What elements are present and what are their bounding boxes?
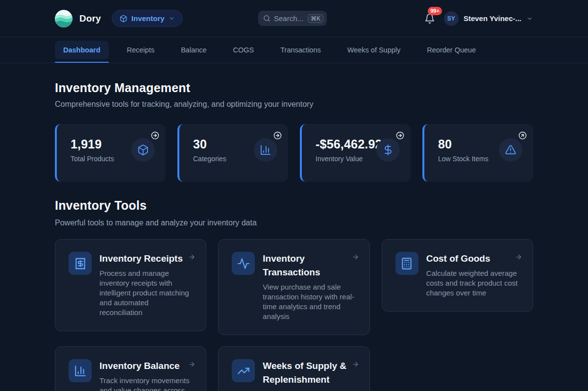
tool-description: View purchase and sale transaction histo… (263, 282, 354, 321)
tool-card-text: Inventory Balance Track inventory moveme… (99, 359, 191, 391)
activity-icon (232, 252, 255, 275)
tool-description: Process and manage inventory receipts wi… (99, 269, 191, 318)
header-left: Dory Inventory (55, 10, 183, 27)
chevron-down-icon (526, 15, 533, 22)
arrow-circle-right-icon[interactable] (273, 131, 282, 140)
user-name: Steven Yvinec-... (464, 14, 521, 23)
tool-card-inventory-balance[interactable]: Inventory Balance Track inventory moveme… (55, 346, 206, 391)
stat-card-low-stock[interactable]: 80 Low Stock Items (422, 124, 533, 182)
main-nav: Dashboard Receipts Balance COGS Transact… (0, 37, 588, 63)
tool-card-cost-of-goods[interactable]: Cost of Goods Calculate weighted average… (382, 239, 533, 312)
calculator-icon (395, 252, 418, 275)
dollar-icon (376, 138, 400, 162)
arrow-right-icon (188, 361, 196, 368)
alert-triangle-icon (499, 138, 522, 162)
arrow-right-icon (352, 361, 359, 368)
arrow-circle-right-icon[interactable] (396, 131, 404, 140)
tool-title: Inventory Transactions (263, 252, 354, 279)
arrow-right-icon (515, 253, 522, 261)
tools-section-title: Inventory Tools (55, 198, 533, 213)
search-input[interactable]: Search... ⌘K (258, 11, 327, 26)
page-subtitle: Comprehensive tools for tracking, analyz… (55, 100, 533, 109)
tools-section-subtitle: Powerful tools to manage and analyze you… (55, 219, 533, 227)
package-icon (120, 15, 127, 23)
tab-transactions[interactable]: Transactions (272, 41, 329, 59)
tool-title: Weeks of Supply & Replenishment (263, 359, 354, 387)
tool-card-text: Cost of Goods Calculate weighted average… (426, 252, 518, 298)
tool-title: Cost of Goods (426, 252, 518, 266)
tool-card-text: Inventory Receipts Process and manage in… (99, 252, 191, 318)
dory-logo-icon (55, 10, 73, 27)
search-shortcut-kbd: ⌘K (308, 14, 323, 23)
notifications-button[interactable]: 99+ (423, 11, 436, 26)
tool-description: Calculate weighted average costs and tra… (426, 269, 518, 298)
tab-receipts[interactable]: Receipts (119, 41, 163, 59)
tools-grid: Inventory Receipts Process and manage in… (55, 239, 533, 391)
avatar: SY (444, 11, 459, 26)
app-switcher-button[interactable]: Inventory (112, 10, 183, 27)
stat-card-categories[interactable]: 30 Categories (177, 124, 288, 182)
bar-chart-icon (69, 359, 92, 382)
tool-card-text: Inventory Transactions View purchase and… (263, 252, 354, 321)
bar-chart-icon (254, 138, 277, 162)
app-switcher-label: Inventory (131, 14, 165, 23)
search-placeholder: Search... (274, 14, 304, 23)
chevron-down-icon (169, 15, 175, 22)
stats-row: 1,919 Total Products 30 Categories -$56,… (55, 124, 533, 182)
page-title: Inventory Management (55, 81, 533, 95)
tab-cogs[interactable]: COGS (225, 41, 263, 59)
tool-card-inventory-transactions[interactable]: Inventory Transactions View purchase and… (218, 239, 369, 335)
package-icon (131, 138, 155, 162)
main-content: Inventory Management Comprehensive tools… (0, 63, 588, 391)
brand-name: Dory (79, 13, 101, 24)
arrow-right-icon (352, 253, 359, 261)
tool-title: Inventory Receipts (99, 252, 191, 266)
stat-card-inventory-value[interactable]: -$56,462.92 Inventory Value (300, 124, 411, 182)
tab-reorder-queue[interactable]: Reorder Queue (418, 41, 484, 59)
tab-weeks-of-supply[interactable]: Weeks of Supply (339, 41, 409, 59)
tool-card-inventory-receipts[interactable]: Inventory Receipts Process and manage in… (55, 239, 206, 331)
user-menu-button[interactable]: SY Steven Yvinec-... (444, 11, 533, 26)
search-icon (263, 15, 270, 22)
receipt-icon (69, 252, 92, 275)
tool-title: Inventory Balance (99, 359, 191, 373)
header-right: 99+ SY Steven Yvinec-... (423, 11, 533, 26)
tool-card-text: Weeks of Supply & Replenishment Advanced… (263, 359, 354, 391)
tool-card-weeks-of-supply[interactable]: Weeks of Supply & Replenishment Advanced… (218, 346, 369, 391)
tool-description: Track inventory movements and value chan… (99, 376, 191, 391)
arrow-circle-right-icon[interactable] (151, 131, 159, 140)
tab-dashboard[interactable]: Dashboard (55, 41, 109, 59)
stat-card-total-products[interactable]: 1,919 Total Products (55, 124, 166, 182)
arrow-circle-up-right-icon[interactable] (518, 131, 527, 140)
notification-count-badge: 99+ (428, 7, 442, 15)
trending-up-icon (232, 359, 255, 382)
arrow-right-icon (188, 253, 196, 261)
tab-balance[interactable]: Balance (172, 41, 215, 59)
app-header: Dory Inventory Search... ⌘K 99+ SY Steve… (0, 0, 588, 37)
